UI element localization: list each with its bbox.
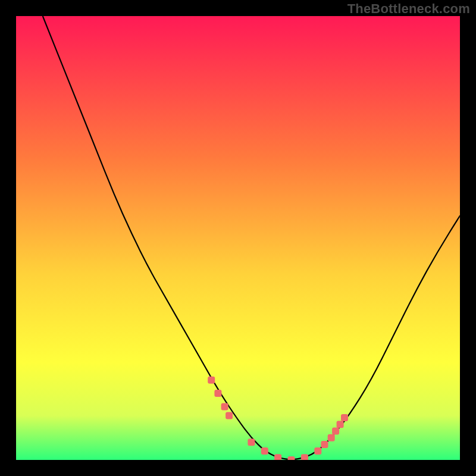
marker-point (337, 421, 344, 428)
chart-frame: TheBottleneck.com (0, 0, 476, 476)
bottleneck-chart (16, 16, 460, 460)
marker-point (221, 403, 228, 411)
watermark-text: TheBottleneck.com (347, 1, 470, 17)
marker-point (314, 447, 321, 455)
marker-point (261, 447, 268, 455)
marker-point (328, 434, 335, 441)
marker-point (321, 441, 328, 448)
plot-area (16, 16, 460, 460)
marker-point (288, 456, 295, 460)
marker-point (248, 439, 255, 446)
marker-point (274, 454, 281, 460)
marker-point (208, 377, 215, 384)
marker-point (226, 412, 233, 419)
marker-point (214, 390, 221, 397)
gradient-background (16, 16, 460, 460)
marker-point (332, 428, 339, 435)
marker-point (301, 454, 308, 460)
marker-point (341, 414, 348, 421)
